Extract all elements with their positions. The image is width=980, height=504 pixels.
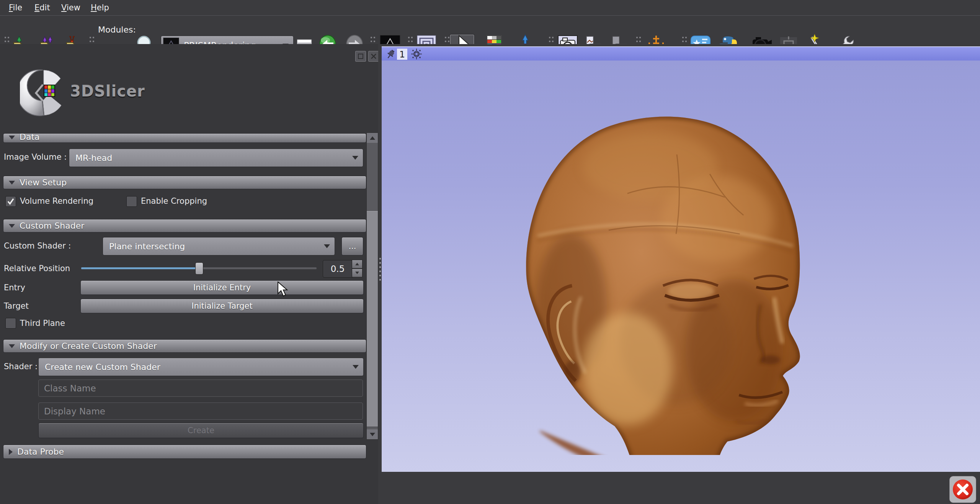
close-icon [371,53,377,59]
entry-label: Entry [4,283,25,292]
spin-down-icon [355,272,359,274]
relative-position-label: Relative Position [4,264,70,273]
menu-bar: File Edit View Help [0,0,980,16]
chevron-down-icon [352,156,358,160]
custom-shader-combobox[interactable]: Plane intersecting [103,237,335,255]
section-title: Modify or Create Custom Shader [20,341,157,351]
initialize-target-button[interactable]: Initialize Target [80,299,364,313]
volume-rendering-checkbox[interactable] [5,196,16,207]
more-button-label: ... [348,242,356,251]
threed-viewport[interactable] [382,61,980,472]
section-data[interactable]: Data [3,133,366,143]
panel-undock-button[interactable] [355,51,366,62]
module-panel: 3DSlicer Data Image Volume : MR-head Vie… [0,44,378,504]
menu-file[interactable]: File [7,0,24,15]
menu-view[interactable]: View [60,0,82,15]
close-app-button[interactable] [949,476,976,503]
pin-icon[interactable] [385,49,396,59]
custom-shader-label: Custom Shader : [4,241,71,250]
collapse-triangle-icon [9,136,15,139]
spin-up-icon [355,263,359,265]
panel-splitter[interactable] [378,44,382,504]
initialize-entry-label: Initialize Entry [193,283,251,292]
relative-position-spinbox[interactable]: 0.5 [323,260,353,278]
slicer-logo [20,68,69,118]
slider-handle[interactable] [195,262,203,275]
splitter-grip-icon [379,257,381,281]
view-options-icon[interactable] [411,48,422,60]
menu-help[interactable]: Help [89,0,111,15]
image-volume-label: Image Volume : [4,152,67,162]
mouse-cursor [276,281,290,297]
red-x-icon [952,479,973,500]
main-toolbar: DATA DCM SAVE Modules: [0,16,980,45]
third-plane-label: Third Plane [20,319,65,328]
section-custom-shader[interactable]: Custom Shader [3,219,366,232]
shader-label: Shader : [4,362,38,371]
check-icon [7,198,15,205]
view-number: 1 [399,49,405,59]
shader-value: Create new Custom Shader [45,362,353,372]
panel-scrollbar[interactable] [366,133,378,440]
custom-shader-more-button[interactable]: ... [341,237,363,255]
class-name-input[interactable] [38,380,363,397]
scroll-down-button[interactable] [367,429,378,439]
section-title: Data Probe [17,447,64,457]
scroll-up-button[interactable] [367,133,378,143]
spin-buttons[interactable] [352,260,363,277]
shader-combobox[interactable]: Create new Custom Shader [38,358,364,376]
expand-triangle-icon [9,449,13,455]
custom-shader-value: Plane intersecting [109,242,324,251]
scrollbar-thumb[interactable] [367,211,378,427]
image-volume-combobox[interactable]: MR-head [69,149,363,167]
scroll-down-icon [370,433,375,436]
target-label: Target [4,301,29,311]
section-title: Custom Shader [20,221,84,231]
slicer-window: File Edit View Help DATA DCM [0,0,980,504]
chevron-down-icon [353,365,359,369]
section-data-probe[interactable]: Data Probe [3,445,366,459]
enable-cropping-checkbox[interactable] [126,196,137,207]
modules-label: Modules: [98,16,136,44]
third-plane-checkbox[interactable] [5,318,16,329]
volume-rendering-label: Volume Rendering [20,196,93,206]
collapse-triangle-icon [9,344,15,348]
initialize-target-label: Initialize Target [191,301,253,311]
create-shader-button[interactable]: Create [38,423,364,438]
menu-edit[interactable]: Edit [33,0,52,15]
threed-view: 1 [382,44,980,504]
spin-up-button[interactable] [352,260,363,268]
enable-cropping-label: Enable Cropping [141,196,207,206]
logo-text: 3DSlicer [70,82,145,100]
slider-fill [81,267,199,269]
section-modify-create[interactable]: Modify or Create Custom Shader [3,339,366,353]
collapse-triangle-icon [9,224,15,228]
collapse-triangle-icon [9,181,15,185]
initialize-entry-button[interactable]: Initialize Entry [80,280,364,295]
panel-close-button[interactable] [368,51,379,62]
section-title: Data [20,133,40,142]
display-name-input[interactable] [38,403,363,420]
create-button-label: Create [188,426,214,435]
section-view-setup[interactable]: View Setup [3,176,366,189]
relative-position-value: 0.5 [331,264,345,274]
volume-rendered-head [512,110,810,455]
chevron-down-icon [324,244,330,248]
view-number-badge: 1 [397,49,407,60]
scroll-up-icon [370,136,375,140]
image-volume-value: MR-head [75,153,352,163]
undock-icon [358,53,364,59]
section-title: View Setup [20,178,67,187]
threed-view-titlebar[interactable]: 1 [382,46,980,61]
spin-down-button[interactable] [352,268,363,277]
